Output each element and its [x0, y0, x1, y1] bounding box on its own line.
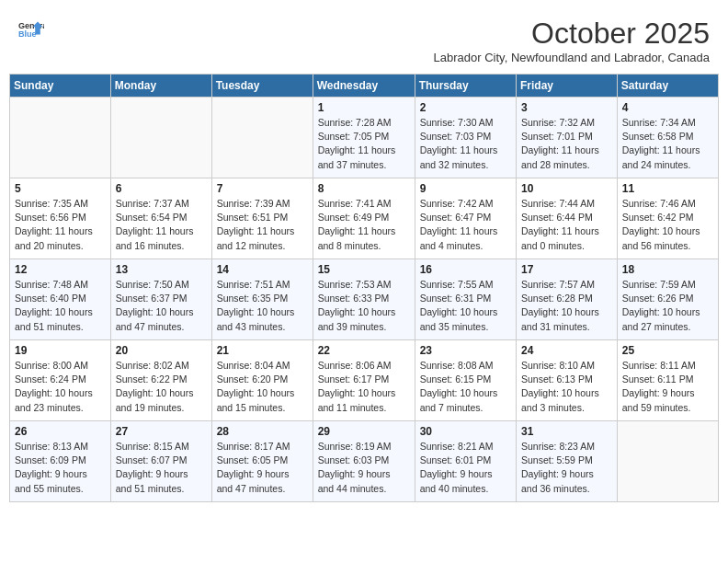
calendar-cell: 28Sunrise: 8:17 AM Sunset: 6:05 PM Dayli…	[211, 421, 313, 502]
calendar-cell: 25Sunrise: 8:11 AM Sunset: 6:11 PM Dayli…	[617, 340, 718, 421]
day-info: Sunrise: 7:46 AM Sunset: 6:42 PM Dayligh…	[622, 197, 713, 253]
calendar-cell	[10, 98, 111, 178]
day-number: 3	[521, 101, 612, 114]
day-info: Sunrise: 8:04 AM Sunset: 6:20 PM Dayligh…	[217, 359, 308, 415]
day-info: Sunrise: 7:41 AM Sunset: 6:49 PM Dayligh…	[318, 197, 410, 253]
svg-text:Blue: Blue	[18, 29, 37, 39]
calendar-cell: 19Sunrise: 8:00 AM Sunset: 6:24 PM Dayli…	[10, 340, 111, 421]
calendar-cell: 31Sunrise: 8:23 AM Sunset: 5:59 PM Dayli…	[517, 421, 618, 502]
day-info: Sunrise: 7:32 AM Sunset: 7:01 PM Dayligh…	[521, 116, 612, 172]
calendar-cell: 3Sunrise: 7:32 AM Sunset: 7:01 PM Daylig…	[517, 98, 618, 178]
weekday-header: Friday	[517, 75, 618, 98]
calendar-cell: 5Sunrise: 7:35 AM Sunset: 6:56 PM Daylig…	[10, 178, 111, 259]
day-info: Sunrise: 7:50 AM Sunset: 6:37 PM Dayligh…	[116, 278, 207, 334]
calendar-cell: 12Sunrise: 7:48 AM Sunset: 6:40 PM Dayli…	[10, 259, 111, 340]
calendar-cell: 14Sunrise: 7:51 AM Sunset: 6:35 PM Dayli…	[211, 259, 313, 340]
calendar-cell: 1Sunrise: 7:28 AM Sunset: 7:05 PM Daylig…	[313, 98, 415, 178]
weekday-header: Monday	[110, 75, 211, 98]
day-number: 10	[521, 182, 612, 195]
day-info: Sunrise: 7:30 AM Sunset: 7:03 PM Dayligh…	[420, 116, 511, 172]
day-number: 8	[318, 182, 410, 195]
calendar-cell	[211, 98, 313, 178]
calendar-week-row: 5Sunrise: 7:35 AM Sunset: 6:56 PM Daylig…	[10, 178, 719, 259]
day-info: Sunrise: 8:23 AM Sunset: 5:59 PM Dayligh…	[521, 440, 612, 496]
day-info: Sunrise: 7:48 AM Sunset: 6:40 PM Dayligh…	[15, 278, 106, 334]
day-number: 20	[116, 344, 207, 357]
calendar-cell: 7Sunrise: 7:39 AM Sunset: 6:51 PM Daylig…	[211, 178, 313, 259]
calendar-week-row: 1Sunrise: 7:28 AM Sunset: 7:05 PM Daylig…	[10, 98, 719, 178]
calendar-cell	[617, 421, 718, 502]
day-number: 23	[420, 344, 511, 357]
weekday-header: Thursday	[415, 75, 516, 98]
logo: General Blue	[18, 17, 44, 42]
day-info: Sunrise: 7:35 AM Sunset: 6:56 PM Dayligh…	[15, 197, 106, 253]
day-number: 1	[318, 101, 410, 114]
day-info: Sunrise: 8:13 AM Sunset: 6:09 PM Dayligh…	[15, 440, 106, 496]
calendar-cell: 9Sunrise: 7:42 AM Sunset: 6:47 PM Daylig…	[415, 178, 516, 259]
calendar-cell: 16Sunrise: 7:55 AM Sunset: 6:31 PM Dayli…	[415, 259, 516, 340]
weekday-header: Saturday	[617, 75, 718, 98]
calendar-cell: 4Sunrise: 7:34 AM Sunset: 6:58 PM Daylig…	[617, 98, 718, 178]
location-subtitle: Labrador City, Newfoundland and Labrador…	[434, 51, 710, 64]
day-info: Sunrise: 7:28 AM Sunset: 7:05 PM Dayligh…	[318, 116, 410, 172]
day-number: 27	[116, 425, 207, 438]
day-info: Sunrise: 7:37 AM Sunset: 6:54 PM Dayligh…	[116, 197, 207, 253]
day-info: Sunrise: 7:53 AM Sunset: 6:33 PM Dayligh…	[318, 278, 410, 334]
day-info: Sunrise: 8:02 AM Sunset: 6:22 PM Dayligh…	[116, 359, 207, 415]
calendar-cell: 22Sunrise: 8:06 AM Sunset: 6:17 PM Dayli…	[313, 340, 415, 421]
day-number: 30	[420, 425, 511, 438]
weekday-header: Tuesday	[211, 75, 313, 98]
calendar-cell: 30Sunrise: 8:21 AM Sunset: 6:01 PM Dayli…	[415, 421, 516, 502]
day-number: 2	[420, 101, 511, 114]
calendar-cell: 8Sunrise: 7:41 AM Sunset: 6:49 PM Daylig…	[313, 178, 415, 259]
day-number: 22	[318, 344, 410, 357]
day-info: Sunrise: 8:11 AM Sunset: 6:11 PM Dayligh…	[622, 359, 713, 415]
calendar-cell: 15Sunrise: 7:53 AM Sunset: 6:33 PM Dayli…	[313, 259, 415, 340]
day-info: Sunrise: 7:57 AM Sunset: 6:28 PM Dayligh…	[521, 278, 612, 334]
day-info: Sunrise: 8:19 AM Sunset: 6:03 PM Dayligh…	[318, 440, 410, 496]
day-info: Sunrise: 8:10 AM Sunset: 6:13 PM Dayligh…	[521, 359, 612, 415]
calendar-cell: 11Sunrise: 7:46 AM Sunset: 6:42 PM Dayli…	[617, 178, 718, 259]
calendar-cell: 27Sunrise: 8:15 AM Sunset: 6:07 PM Dayli…	[110, 421, 211, 502]
weekday-header: Wednesday	[313, 75, 415, 98]
logo-icon: General Blue	[18, 17, 44, 42]
day-number: 21	[217, 344, 308, 357]
calendar-cell: 29Sunrise: 8:19 AM Sunset: 6:03 PM Dayli…	[313, 421, 415, 502]
weekday-header-row: SundayMondayTuesdayWednesdayThursdayFrid…	[10, 75, 719, 98]
day-info: Sunrise: 7:34 AM Sunset: 6:58 PM Dayligh…	[622, 116, 713, 172]
day-number: 31	[521, 425, 612, 438]
day-info: Sunrise: 8:21 AM Sunset: 6:01 PM Dayligh…	[420, 440, 511, 496]
day-info: Sunrise: 8:00 AM Sunset: 6:24 PM Dayligh…	[15, 359, 106, 415]
day-number: 26	[15, 425, 106, 438]
day-number: 18	[622, 263, 713, 276]
page-header: General Blue October 2025 Labrador City,…	[9, 9, 719, 68]
day-info: Sunrise: 7:39 AM Sunset: 6:51 PM Dayligh…	[217, 197, 308, 253]
day-number: 4	[622, 101, 713, 114]
calendar-cell: 2Sunrise: 7:30 AM Sunset: 7:03 PM Daylig…	[415, 98, 516, 178]
day-info: Sunrise: 7:51 AM Sunset: 6:35 PM Dayligh…	[217, 278, 308, 334]
calendar-cell	[110, 98, 211, 178]
day-info: Sunrise: 8:15 AM Sunset: 6:07 PM Dayligh…	[116, 440, 207, 496]
calendar-week-row: 12Sunrise: 7:48 AM Sunset: 6:40 PM Dayli…	[10, 259, 719, 340]
day-number: 11	[622, 182, 713, 195]
day-number: 9	[420, 182, 511, 195]
calendar-week-row: 26Sunrise: 8:13 AM Sunset: 6:09 PM Dayli…	[10, 421, 719, 502]
weekday-header: Sunday	[10, 75, 111, 98]
calendar-table: SundayMondayTuesdayWednesdayThursdayFrid…	[9, 74, 719, 502]
day-number: 19	[15, 344, 106, 357]
day-info: Sunrise: 8:17 AM Sunset: 6:05 PM Dayligh…	[217, 440, 308, 496]
day-info: Sunrise: 8:08 AM Sunset: 6:15 PM Dayligh…	[420, 359, 511, 415]
calendar-cell: 18Sunrise: 7:59 AM Sunset: 6:26 PM Dayli…	[617, 259, 718, 340]
day-number: 13	[116, 263, 207, 276]
calendar-cell: 17Sunrise: 7:57 AM Sunset: 6:28 PM Dayli…	[517, 259, 618, 340]
day-number: 25	[622, 344, 713, 357]
day-number: 12	[15, 263, 106, 276]
day-number: 24	[521, 344, 612, 357]
day-number: 14	[217, 263, 308, 276]
day-info: Sunrise: 7:44 AM Sunset: 6:44 PM Dayligh…	[521, 197, 612, 253]
day-number: 6	[116, 182, 207, 195]
day-info: Sunrise: 7:55 AM Sunset: 6:31 PM Dayligh…	[420, 278, 511, 334]
calendar-cell: 26Sunrise: 8:13 AM Sunset: 6:09 PM Dayli…	[10, 421, 111, 502]
month-title: October 2025	[434, 17, 710, 51]
day-info: Sunrise: 8:06 AM Sunset: 6:17 PM Dayligh…	[318, 359, 410, 415]
